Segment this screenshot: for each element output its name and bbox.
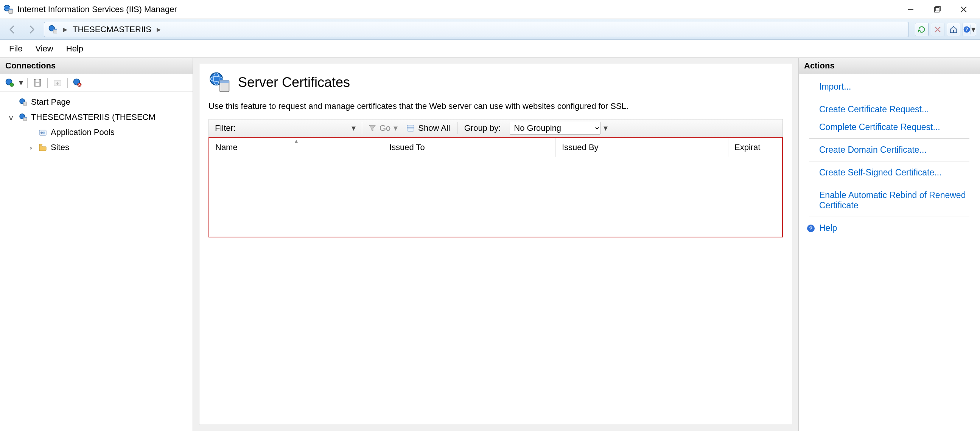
- start-page-icon: [18, 97, 28, 107]
- tree-server-node-label: THESECMASTERIIS (THESECM: [31, 112, 156, 122]
- column-header-name[interactable]: ▴ Name: [209, 138, 383, 157]
- menu-help[interactable]: Help: [66, 44, 83, 54]
- connections-header: Connections: [0, 58, 192, 74]
- column-header-issued-to[interactable]: Issued To: [383, 138, 556, 157]
- connect-button[interactable]: [4, 77, 16, 89]
- chevron-down-icon[interactable]: ▾: [970, 25, 976, 35]
- action-create-cert-request-label: Create Certificate Request...: [819, 105, 929, 114]
- nav-back-button[interactable]: [4, 21, 21, 38]
- action-create-domain-cert[interactable]: Create Domain Certificate...: [799, 141, 980, 159]
- action-create-domain-cert-label: Create Domain Certificate...: [819, 145, 927, 155]
- filter-dropdown-icon[interactable]: ▾: [348, 123, 360, 133]
- content-area: Server Certificates Use this feature to …: [193, 58, 799, 431]
- app-pools-icon: [38, 127, 48, 137]
- funnel-icon: [368, 124, 377, 132]
- action-complete-cert-request[interactable]: Complete Certificate Request...: [799, 118, 980, 136]
- titlebar: Internet Information Services (IIS) Mana…: [0, 0, 980, 19]
- help-icon: ?: [806, 224, 815, 233]
- group-by-extra-dropdown[interactable]: ▾: [600, 123, 611, 133]
- up-level-button[interactable]: [51, 77, 64, 89]
- column-header-expiration[interactable]: Expirat: [729, 138, 782, 157]
- svg-rect-20: [35, 79, 39, 82]
- breadcrumb-server[interactable]: THESECMASTERIIS: [73, 25, 151, 35]
- svg-rect-5: [935, 8, 939, 12]
- svg-rect-40: [407, 125, 414, 131]
- action-create-self-signed-cert[interactable]: Create Self-Signed Certificate...: [799, 164, 980, 181]
- svg-rect-6: [936, 6, 940, 11]
- connections-panel: Connections ▾ Start Page v THESECMASTERI…: [0, 58, 193, 431]
- tree-server-node[interactable]: v THESECMASTERIIS (THESECM: [5, 109, 192, 125]
- help-dropdown-button[interactable]: ? ▾: [963, 23, 976, 36]
- server-node-icon: [18, 112, 28, 122]
- group-by-select[interactable]: No Grouping: [510, 122, 600, 135]
- grid-header-row: ▴ Name Issued To Issued By Expirat: [209, 138, 782, 157]
- grid-body-empty[interactable]: [209, 157, 782, 237]
- tree-sites[interactable]: › Sites: [5, 140, 192, 155]
- nav-forward-button[interactable]: [23, 21, 40, 38]
- svg-text:?: ?: [965, 27, 968, 32]
- show-all-button[interactable]: Show All: [401, 123, 455, 133]
- refresh-button[interactable]: [915, 23, 929, 36]
- sort-ascending-icon: ▴: [295, 137, 298, 144]
- svg-rect-28: [24, 102, 27, 106]
- stop-button[interactable]: [931, 23, 945, 36]
- column-header-issued-by[interactable]: Issued By: [556, 138, 729, 157]
- action-import-label: Import...: [819, 82, 851, 92]
- menu-file[interactable]: File: [9, 44, 22, 54]
- filter-go-button[interactable]: Go ▾: [364, 123, 401, 133]
- home-button[interactable]: [947, 23, 960, 36]
- actions-panel: Actions Import... Create Certificate Req…: [799, 58, 980, 431]
- page-description: Use this feature to request and manage c…: [208, 101, 746, 112]
- tree-start-page[interactable]: Start Page: [5, 95, 192, 109]
- maximize-button[interactable]: [924, 0, 950, 19]
- action-create-cert-request[interactable]: Create Certificate Request...: [799, 101, 980, 118]
- navbar: ▸ THESECMASTERIIS ▸ ? ▾: [0, 19, 980, 40]
- iis-app-icon: [3, 4, 14, 15]
- close-button[interactable]: [950, 0, 977, 19]
- tree-app-pools-label: Application Pools: [51, 127, 115, 137]
- column-header-issued-to-label: Issued To: [389, 143, 425, 152]
- minimize-button[interactable]: [897, 0, 924, 19]
- tree-app-pools[interactable]: Application Pools: [5, 125, 192, 140]
- column-header-name-label: Name: [215, 143, 238, 152]
- svg-rect-39: [220, 80, 229, 83]
- svg-point-18: [10, 83, 14, 87]
- filter-toolbar: Filter: ▾ Go ▾ Show All Group by: No Gro…: [208, 119, 783, 137]
- svg-rect-11: [53, 29, 57, 30]
- action-help[interactable]: ? Help: [799, 219, 980, 237]
- window-title: Internet Information Services (IIS) Mana…: [18, 5, 177, 14]
- filter-label: Filter:: [209, 123, 242, 133]
- svg-rect-14: [953, 30, 954, 32]
- show-all-label: Show All: [418, 123, 450, 133]
- action-enable-auto-rebind[interactable]: Enable Automatic Rebind of Renewed Certi…: [799, 186, 980, 214]
- menu-view[interactable]: View: [35, 44, 53, 54]
- action-import[interactable]: Import...: [799, 78, 980, 96]
- chevron-down-icon: ▾: [393, 123, 398, 133]
- action-create-self-signed-cert-label: Create Self-Signed Certificate...: [819, 168, 942, 178]
- server-node-icon: [48, 25, 58, 35]
- address-bar[interactable]: ▸ THESECMASTERIIS ▸: [44, 22, 909, 37]
- filter-input[interactable]: [242, 122, 348, 135]
- svg-rect-3: [9, 9, 13, 10]
- action-enable-auto-rebind-label: Enable Automatic Rebind of Renewed Certi…: [819, 190, 969, 211]
- column-header-issued-by-label: Issued By: [562, 143, 598, 152]
- svg-text:?: ?: [809, 225, 812, 231]
- svg-rect-31: [24, 117, 27, 117]
- expand-icon[interactable]: ›: [27, 143, 35, 152]
- filter-go-label: Go: [380, 123, 390, 133]
- remove-connection-button[interactable]: [72, 77, 84, 89]
- column-header-expiration-label: Expirat: [735, 143, 760, 152]
- breadcrumb-separator-icon: ▸: [157, 25, 161, 35]
- collapse-icon[interactable]: v: [7, 113, 15, 122]
- group-by-label: Group by:: [460, 123, 507, 133]
- certificates-grid: ▴ Name Issued To Issued By Expirat: [208, 137, 783, 238]
- save-connections-button[interactable]: [32, 77, 43, 89]
- connections-tree: Start Page v THESECMASTERIIS (THESECM Ap…: [0, 92, 192, 155]
- connections-toolbar: ▾: [0, 74, 192, 92]
- chevron-down-icon[interactable]: ▾: [18, 78, 24, 88]
- show-all-icon: [406, 124, 415, 133]
- navbar-right-icons: ? ▾: [913, 23, 976, 36]
- actions-header: Actions: [799, 58, 980, 74]
- tree-sites-label: Sites: [51, 143, 69, 152]
- tree-start-page-label: Start Page: [31, 97, 70, 107]
